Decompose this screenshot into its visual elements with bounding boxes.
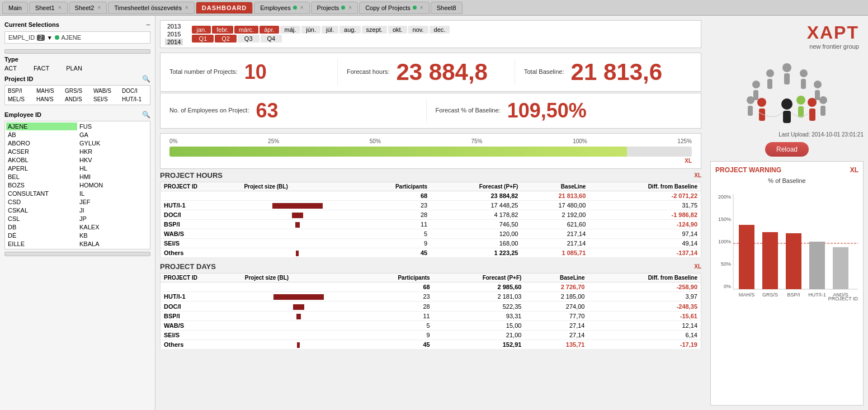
bar-mahs (739, 225, 754, 289)
tab-timesheettel[interactable]: Timesheettel összevetés × (108, 2, 195, 14)
minimize-button[interactable]: − (146, 20, 150, 29)
employee-bel[interactable]: BEL (6, 173, 77, 181)
month-febr[interactable]: febr. (212, 26, 233, 34)
employee-eille[interactable]: EILLE (6, 240, 77, 248)
employee-ajene[interactable]: AJENE (6, 122, 77, 130)
tab-employees[interactable]: Employees × (254, 2, 309, 14)
employee-acser[interactable]: ACSER (6, 148, 77, 155)
project-cell-huti1[interactable]: HUT/I-1 (121, 96, 148, 103)
project-cell-grss[interactable]: GRS/S (64, 87, 91, 95)
month-dec[interactable]: dec. (430, 26, 450, 34)
employee-ji[interactable]: JI (78, 206, 149, 214)
employee-search-icon[interactable]: 🔍 (142, 111, 150, 119)
tab-sheet8[interactable]: Sheet8 (431, 2, 463, 14)
employee-cskal[interactable]: CSKAL (6, 206, 77, 214)
employee-ab[interactable]: ÁB (6, 131, 77, 139)
month-aug[interactable]: aug. (339, 26, 360, 34)
project-hours-xl-button[interactable]: XL (694, 172, 701, 178)
quarter-q1[interactable]: Q1 (192, 35, 214, 43)
month-jul[interactable]: júl. (322, 26, 338, 34)
employee-hmi[interactable]: HMI (78, 173, 149, 181)
tab-main[interactable]: Main (2, 2, 28, 14)
empl-id-dropdown[interactable]: ▼ (47, 35, 53, 41)
employee-jef[interactable]: JEF (78, 198, 149, 206)
project-cell-bspi[interactable]: BSP/I (7, 87, 34, 95)
kpi-num-employees-label: No. of Employees on Project: (169, 106, 249, 115)
tab-sheet2[interactable]: Sheet2 × (69, 2, 107, 14)
tab-projects-close[interactable]: × (348, 4, 352, 11)
project-cell-mels[interactable]: MEL/S (7, 96, 34, 103)
tab-sheet1[interactable]: Sheet1 × (29, 2, 68, 14)
month-jun[interactable]: jún. (301, 26, 320, 34)
project-cell-ands[interactable]: AND/S (64, 96, 91, 103)
sidebar-scrollbar-h[interactable] (4, 49, 150, 54)
employee-consultant[interactable]: CONSULTANT (6, 190, 77, 197)
pd-total-bar (242, 282, 356, 292)
employee-akobl[interactable]: AKOBL (6, 156, 77, 164)
employee-bozs[interactable]: BOZS (6, 181, 77, 189)
employee-kbala[interactable]: KBALA (78, 240, 149, 248)
tab-sheet2-close[interactable]: × (97, 4, 101, 11)
type-fact[interactable]: FACT (34, 65, 49, 72)
tab-timesheettel-close[interactable]: × (185, 4, 188, 11)
project-cell-hans[interactable]: HAN/S (35, 96, 63, 103)
project-cell-doci[interactable]: DOC/I (121, 87, 148, 95)
employee-scrollbar[interactable] (4, 252, 150, 256)
svg-text:50%: 50% (721, 261, 731, 267)
month-szept[interactable]: szept. (362, 26, 387, 34)
employee-db[interactable]: DB (6, 223, 77, 231)
employee-hkv[interactable]: HKV (78, 156, 149, 164)
year-2015[interactable]: 2015 (165, 31, 183, 37)
employee-kalex[interactable]: KALEX (78, 223, 149, 231)
quarter-q3[interactable]: Q3 (238, 35, 260, 43)
employee-hkr[interactable]: HKR (78, 148, 149, 155)
tab-dashboard[interactable]: DASHBOARD (196, 2, 253, 14)
employee-ga[interactable]: GA (78, 131, 149, 139)
year-2014[interactable]: 2014 (165, 39, 183, 45)
employee-csd[interactable]: CSD (6, 198, 77, 206)
tab-sheet1-close[interactable]: × (58, 4, 62, 11)
year-2013[interactable]: 2013 (165, 23, 183, 30)
month-jan[interactable]: jan. (192, 26, 211, 34)
tab-copy-projects[interactable]: Copy of Projects × (359, 2, 430, 14)
month-apr[interactable]: ápr. (260, 26, 279, 34)
month-marc[interactable]: márc. (234, 26, 259, 34)
employee-de[interactable]: DÉ (6, 232, 77, 239)
employee-jp[interactable]: JP (78, 215, 149, 223)
month-nov[interactable]: nov. (408, 26, 428, 34)
tab-copy-projects-close[interactable]: × (420, 4, 423, 11)
table-row: Others 45 152,91 135,71 -17,19 (161, 340, 701, 349)
pd-row-seis-id: SEI/S (161, 330, 242, 340)
kpi-row: Total number of Projects: 10 Forecast ho… (160, 53, 701, 92)
employee-gyluk[interactable]: GYLUK (78, 139, 149, 147)
type-plan[interactable]: PLAN (66, 65, 82, 72)
svg-rect-7 (767, 79, 772, 89)
people-illustration (710, 56, 864, 125)
employee-il[interactable]: IL (78, 190, 149, 197)
tab-employees-close[interactable]: × (300, 4, 304, 11)
employee-fus[interactable]: FUS (78, 122, 149, 130)
quarter-q2[interactable]: Q2 (215, 35, 237, 43)
progress-xl-button[interactable]: XL (685, 158, 692, 164)
month-maj[interactable]: máj. (280, 26, 301, 34)
employee-aperl[interactable]: APERL (6, 164, 77, 172)
table-row: SEI/S 9 21,00 27,14 6,14 (161, 330, 701, 340)
tab-projects[interactable]: Projects × (311, 2, 358, 14)
project-cell-seis[interactable]: SEI/S (92, 96, 120, 103)
employee-aboro[interactable]: ABORO (6, 139, 77, 147)
reload-button[interactable]: Reload (765, 142, 809, 157)
project-cell-wabs[interactable]: WAB/S (92, 87, 120, 95)
employee-homon[interactable]: HOMON (78, 181, 149, 189)
ph-total-id (161, 191, 241, 201)
employee-hl[interactable]: HL (78, 164, 149, 172)
project-id-search-icon[interactable]: 🔍 (142, 75, 150, 83)
type-act[interactable]: ACT (4, 65, 17, 72)
project-cell-mahs[interactable]: MAH/S (35, 87, 63, 95)
employee-csl[interactable]: CSL (6, 215, 77, 223)
project-days-xl-button[interactable]: XL (694, 263, 701, 270)
quarter-q4[interactable]: Q4 (261, 35, 282, 43)
project-warning-xl[interactable]: XL (850, 166, 858, 174)
employee-kb[interactable]: KB (78, 232, 149, 239)
svg-point-10 (819, 96, 827, 104)
month-okt[interactable]: okt. (388, 26, 407, 34)
